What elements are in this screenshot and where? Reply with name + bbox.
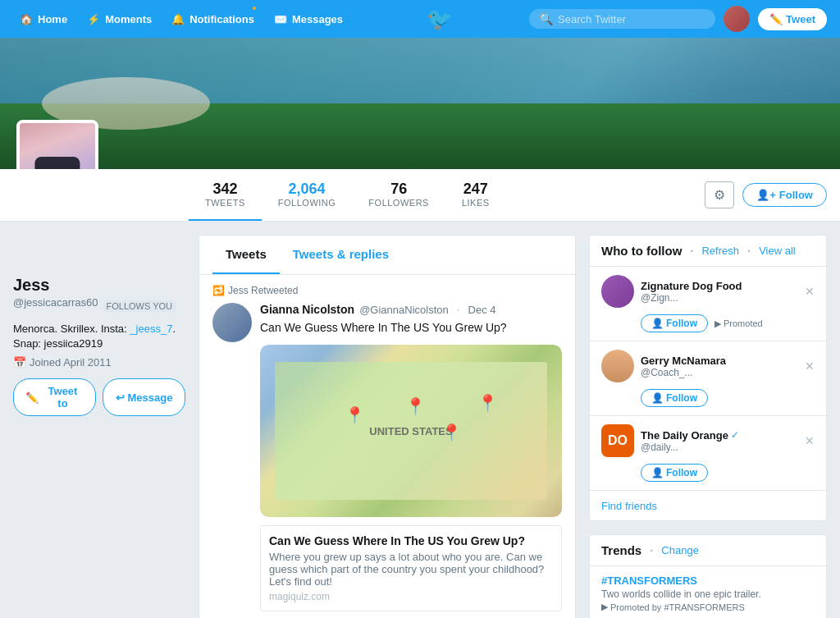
search-bar[interactable]: 🔍 bbox=[529, 9, 715, 29]
tweet-compose-button[interactable]: ✏️ Tweet bbox=[758, 8, 827, 30]
nav-moments[interactable]: ⚡ Moments bbox=[80, 0, 158, 38]
follow-icon-gerry: 👤 bbox=[651, 392, 664, 404]
stat-followers[interactable]: 76 FOLLOWERS bbox=[352, 169, 445, 221]
verified-icon: ✓ bbox=[731, 429, 739, 441]
follow-daily-button[interactable]: 👤 Follow bbox=[641, 464, 708, 482]
tweet-link-preview-1[interactable]: Can We Guess Where In The US You Grew Up… bbox=[260, 525, 562, 611]
tweet-author-name-1[interactable]: Gianna Nicolston bbox=[260, 303, 354, 316]
tab-tweets-replies[interactable]: Tweets & replies bbox=[280, 236, 402, 274]
bell-icon: 🔔 bbox=[171, 13, 185, 25]
who-to-follow-widget: Who to follow · Refresh · View all Zigna… bbox=[589, 235, 827, 521]
followers-label: FOLLOWERS bbox=[368, 198, 429, 208]
trend-promoted-1: ▶ Promoted by #TRANSFORMERS bbox=[601, 602, 815, 612]
follow-person-icon: 👤+ bbox=[756, 189, 776, 201]
nav-notifications[interactable]: 🔔 Notifications bbox=[165, 0, 261, 38]
link-preview-desc-1: Where you grew up says a lot about who y… bbox=[269, 551, 553, 588]
link-preview-title-1: Can We Guess Where In The US You Grew Up… bbox=[269, 534, 553, 547]
stat-tweets[interactable]: 342 TWEETS bbox=[189, 169, 262, 221]
following-label: FOLLOWING bbox=[278, 198, 336, 208]
profile-handle: @jessicacarras60 bbox=[13, 296, 98, 309]
gerry-avatar[interactable] bbox=[601, 350, 634, 382]
trend-item-1[interactable]: #TRANSFORMERS Two worlds collide in one … bbox=[590, 566, 826, 618]
retweet-indicator-1: 🔁 Jess Retweeted bbox=[212, 285, 562, 296]
follow-main-button[interactable]: 👤+ Follow bbox=[742, 183, 827, 207]
following-count: 2,064 bbox=[278, 181, 336, 198]
center-feed: Tweets Tweets & replies 🔁 Jess Retweeted… bbox=[199, 235, 576, 618]
follow-item-zignature: Zignature Dog Food @Zign... ✕ 👤 Follow ▶… bbox=[590, 267, 826, 341]
bio-link[interactable]: _jeess_7 bbox=[130, 323, 172, 335]
pencil-icon: ✏️ bbox=[25, 391, 39, 404]
calendar-icon: 📅 bbox=[13, 356, 26, 369]
profile-actions-area: ⚙ 👤+ Follow bbox=[705, 169, 840, 221]
trends-widget: Trends · Change #TRANSFORMERS Two worlds… bbox=[589, 534, 827, 618]
follow-zignature-button[interactable]: 👤 Follow bbox=[641, 314, 708, 332]
envelope-icon: ✉️ bbox=[274, 13, 287, 25]
settings-gear-button[interactable]: ⚙ bbox=[705, 181, 734, 208]
nav-notifications-label: Notifications bbox=[189, 13, 254, 25]
tab-tweets[interactable]: Tweets bbox=[212, 236, 280, 274]
nav-messages-label: Messages bbox=[292, 13, 343, 25]
profile-joined: 📅 Joined April 2011 bbox=[13, 356, 185, 369]
follow-item-gerry: Gerry McNamara @Coach_... ✕ 👤 Follow bbox=[590, 341, 826, 416]
profile-stats-bar: 342 TWEETS 2,064 FOLLOWING 76 FOLLOWERS … bbox=[0, 169, 840, 222]
profile-avatar-wrapper bbox=[16, 120, 98, 169]
search-input[interactable] bbox=[558, 13, 705, 25]
who-to-follow-title: Who to follow bbox=[601, 244, 682, 258]
feed-tabs: Tweets Tweets & replies bbox=[199, 235, 576, 275]
retweet-icon-1: 🔁 bbox=[212, 285, 225, 296]
link-preview-url-1: magiquiz.com bbox=[269, 591, 553, 602]
left-sidebar: Jess @jessicacarras60 FOLLOWS YOU Menorc… bbox=[13, 276, 185, 618]
notification-badge-dot bbox=[251, 5, 258, 11]
gerry-name[interactable]: Gerry McNamara bbox=[641, 355, 798, 367]
profile-name: Jess bbox=[13, 276, 185, 295]
find-friends-link[interactable]: Find friends bbox=[590, 491, 826, 520]
stat-following[interactable]: 2,064 FOLLOWING bbox=[262, 169, 353, 221]
tweet-header-1: Gianna Nicolston @GiannaNicolston · Dec … bbox=[260, 303, 562, 316]
message-button[interactable]: ↩ Message bbox=[103, 378, 185, 416]
trends-dot: · bbox=[650, 543, 653, 557]
zignature-name[interactable]: Zignature Dog Food bbox=[641, 280, 798, 292]
trend-tag-1: #TRANSFORMERS bbox=[601, 575, 815, 587]
tweet-to-button[interactable]: ✏️ Tweet to bbox=[13, 378, 96, 416]
nav-right-section: 🔍 ✏️ Tweet bbox=[529, 6, 827, 32]
view-all-link[interactable]: View all bbox=[759, 245, 796, 257]
zignature-avatar[interactable] bbox=[601, 275, 634, 308]
main-layout: Jess @jessicacarras60 FOLLOWS YOU Menorc… bbox=[0, 222, 840, 618]
follow-icon-zign: 👤 bbox=[651, 318, 664, 329]
trends-change-link[interactable]: Change bbox=[661, 544, 699, 556]
home-icon: 🏠 bbox=[20, 13, 33, 25]
tweet-card-1: 🔁 Jess Retweeted Gianna Nicolston @Giann… bbox=[199, 275, 576, 618]
tweet-text-1: Can We Guess Where In The US You Grew Up… bbox=[260, 319, 562, 336]
tweet-content-1: Gianna Nicolston @GiannaNicolston · Dec … bbox=[260, 303, 562, 618]
search-icon: 🔍 bbox=[539, 12, 553, 25]
user-avatar-nav[interactable] bbox=[724, 6, 750, 32]
tweet-map-image: UNITED STATES 📍 📍 📍 📍 bbox=[260, 345, 562, 517]
daily-name-text[interactable]: The Daily Orange bbox=[641, 429, 728, 442]
likes-label: LIKES bbox=[462, 198, 490, 208]
close-zignature-button[interactable]: ✕ bbox=[805, 285, 815, 298]
nav-messages[interactable]: ✉️ Messages bbox=[267, 0, 349, 38]
refresh-link[interactable]: Refresh bbox=[701, 245, 739, 257]
tweet-date-1: Dec 4 bbox=[468, 304, 496, 316]
who-to-follow-header: Who to follow · Refresh · View all bbox=[590, 236, 826, 267]
daily-handle: @daily... bbox=[641, 442, 798, 453]
nav-home[interactable]: 🏠 Home bbox=[13, 0, 74, 38]
tweet-avatar-gianna[interactable] bbox=[212, 303, 252, 342]
close-gerry-button[interactable]: ✕ bbox=[805, 359, 815, 373]
message-icon: ↩ bbox=[116, 391, 125, 404]
stat-likes[interactable]: 247 LIKES bbox=[445, 169, 506, 221]
twitter-logo[interactable]: 🐦 bbox=[356, 7, 523, 32]
daily-avatar[interactable]: DO bbox=[601, 424, 634, 457]
profile-handle-area: @jessicacarras60 FOLLOWS YOU bbox=[13, 296, 185, 315]
tweet-author-handle-1[interactable]: @GiannaNicolston bbox=[359, 304, 449, 316]
lightning-icon: ⚡ bbox=[87, 13, 100, 25]
trend-desc-1: Two worlds collide in one epic trailer. bbox=[601, 588, 815, 600]
close-daily-button[interactable]: ✕ bbox=[805, 434, 815, 447]
trends-title: Trends bbox=[601, 543, 641, 557]
tweets-label: TWEETS bbox=[205, 198, 245, 208]
action-buttons: ✏️ Tweet to ↩ Message bbox=[13, 378, 185, 416]
follow-gerry-button[interactable]: 👤 Follow bbox=[641, 389, 708, 407]
trends-header: Trends · Change bbox=[590, 535, 826, 566]
tweets-count: 342 bbox=[205, 181, 245, 198]
edit-icon: ✏️ bbox=[769, 13, 783, 25]
